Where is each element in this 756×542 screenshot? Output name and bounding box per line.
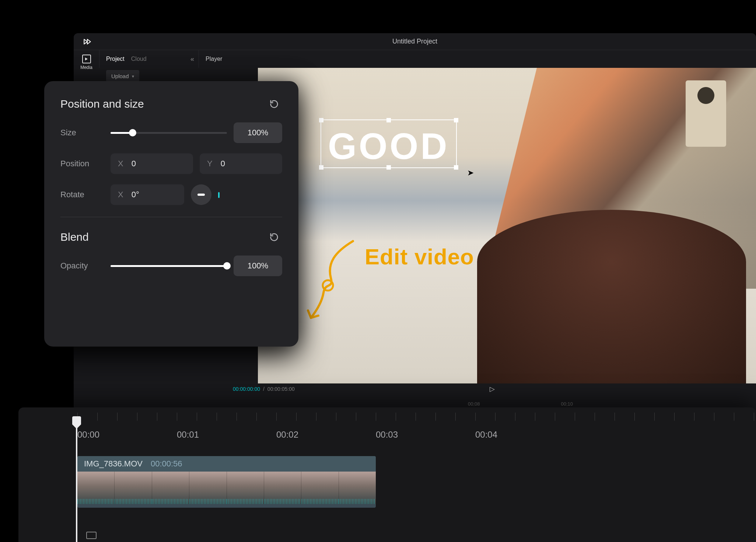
video-clip[interactable]: IMG_7836.MOV 00:00:56 [77, 456, 376, 508]
media-icon [82, 55, 91, 63]
clip-thumbnails [77, 472, 376, 504]
reset-position-size-button[interactable] [266, 96, 282, 112]
ruler-tick: 00;10 [561, 401, 573, 407]
reset-blend-button[interactable] [266, 229, 282, 245]
timeline-tick: 00:01 [177, 430, 199, 440]
opacity-value: 100% [248, 261, 268, 271]
titlebar: Untitled Project [74, 33, 756, 50]
resize-handle-bc[interactable] [386, 165, 391, 170]
timeline-playhead[interactable] [76, 417, 77, 542]
timeline-tick: 00:04 [475, 430, 497, 440]
clip-thumb [227, 472, 264, 504]
y-axis-label: Y [207, 159, 213, 168]
timecode-separator: / [263, 386, 265, 392]
keyboard-icon[interactable] [86, 532, 97, 539]
app-logo [83, 37, 92, 46]
position-x-value: 0 [132, 159, 136, 168]
resize-handle-bl[interactable] [319, 165, 323, 170]
position-label: Position [60, 159, 104, 168]
blend-title: Blend [60, 231, 89, 243]
timeline-tick: 00:02 [276, 430, 298, 440]
clip-thumb [77, 472, 114, 504]
opacity-label: Opacity [60, 261, 104, 271]
clip-thumb [339, 472, 376, 504]
annotation-arrow-icon [305, 237, 357, 322]
player-label: Player [206, 56, 222, 62]
reset-icon [269, 99, 279, 109]
video-track[interactable]: IMG_7836.MOV 00:00:56 [77, 456, 756, 508]
top-row: Media Project Cloud « Player [74, 50, 756, 68]
resize-handle-tc[interactable] [386, 118, 391, 122]
preview-sweater-shape [477, 210, 746, 383]
player-header: Player [199, 50, 756, 68]
nav-media[interactable]: Media [80, 52, 92, 72]
play-button[interactable]: ▷ [490, 385, 495, 393]
properties-panel: Position and size Size 100% Position X 0… [44, 81, 298, 347]
overlay-text: GOOD [328, 128, 449, 164]
size-slider-thumb[interactable] [129, 129, 136, 136]
rotate-dial[interactable] [191, 184, 211, 205]
size-value: 100% [248, 128, 268, 138]
size-slider[interactable] [111, 128, 227, 138]
text-overlay-selection[interactable]: GOOD [321, 119, 457, 168]
resize-handle-tl[interactable] [319, 118, 323, 122]
position-size-title: Position and size [60, 98, 144, 110]
size-label: Size [60, 128, 104, 138]
reset-icon [269, 232, 279, 242]
section-divider [60, 217, 282, 217]
project-title: Untitled Project [392, 38, 437, 45]
rotate-label: Rotate [60, 190, 104, 199]
upload-button[interactable]: Upload [106, 70, 139, 82]
timeline-tick: 00:00 [77, 430, 99, 440]
player-controls: 00:00:00:00 / 00:00:05:00 ▷ [228, 383, 756, 395]
size-value-field[interactable]: 100% [234, 122, 282, 143]
rotate-value: 0° [132, 190, 139, 199]
timeline-panel: 00:00 00:01 00:02 00:03 00:04 IMG_7836.M… [18, 407, 756, 542]
timecode-total: 00:00:05:00 [267, 386, 295, 392]
resize-handle-tr[interactable] [454, 118, 458, 122]
clip-thumb [189, 472, 226, 504]
clip-thumb [114, 472, 151, 504]
rotate-indicator-icon [218, 192, 220, 198]
opacity-slider-thumb[interactable] [223, 262, 231, 270]
left-nav: Media [74, 50, 99, 68]
resize-handle-br[interactable] [454, 165, 458, 170]
opacity-value-field[interactable]: 100% [234, 256, 282, 276]
position-y-value: 0 [221, 159, 225, 168]
clip-header: IMG_7836.MOV 00:00:56 [77, 456, 376, 472]
rotate-x-field[interactable]: X 0° [111, 184, 184, 205]
timeline-tick: 00:03 [376, 430, 398, 440]
timeline-ruler[interactable]: 00:00 00:01 00:02 00:03 00:04 [18, 413, 756, 440]
clip-thumb [301, 472, 338, 504]
timeline-minor-ticks [77, 413, 756, 421]
clip-name: IMG_7836.MOV [84, 459, 143, 469]
ruler-tick: 00;08 [468, 401, 480, 407]
preview-vase-shape [686, 80, 726, 147]
tab-cloud[interactable]: Cloud [131, 56, 147, 62]
upload-button-label: Upload [111, 73, 129, 79]
media-tabs: Project Cloud « [99, 50, 199, 68]
x-axis-label: X [118, 159, 123, 168]
clip-duration: 00:00:56 [151, 459, 182, 469]
tab-project[interactable]: Project [106, 56, 125, 62]
timecode-current: 00:00:00:00 [233, 386, 260, 392]
preview-frame [258, 68, 756, 383]
clip-thumb [264, 472, 301, 504]
clip-thumb [152, 472, 189, 504]
rotate-axis-label: X [118, 190, 123, 199]
preview-viewport[interactable]: GOOD ➤ Edit video [258, 68, 756, 383]
position-y-field[interactable]: Y 0 [200, 153, 282, 174]
nav-media-label: Media [80, 65, 92, 70]
position-x-field[interactable]: X 0 [111, 153, 193, 174]
annotation-text: Edit video [365, 244, 474, 270]
opacity-slider[interactable] [111, 261, 227, 271]
collapse-panel-icon[interactable]: « [190, 55, 194, 63]
